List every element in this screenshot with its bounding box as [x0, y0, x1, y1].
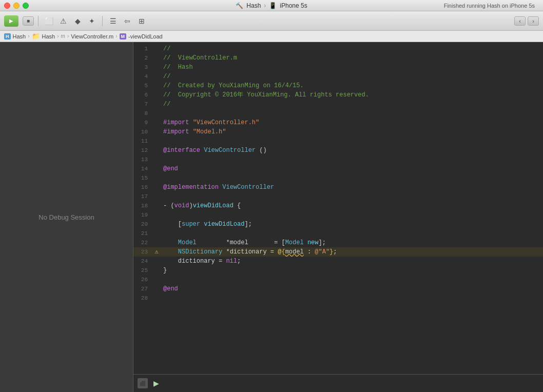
- breadcrumb: H Hash › 📁 Hash › m › ViewController.m ›…: [0, 31, 543, 42]
- minimize-button[interactable]: [13, 3, 20, 9]
- toolbar-divider: [38, 16, 38, 26]
- warning-btn[interactable]: ⚠: [57, 15, 69, 27]
- navigator-btn[interactable]: ⬜: [43, 15, 55, 27]
- device-title: iPhone 5s: [280, 2, 307, 9]
- device-icon: 📱: [269, 2, 277, 9]
- run-button[interactable]: [4, 15, 18, 27]
- nav-forward[interactable]: ›: [528, 16, 539, 26]
- filter-btn[interactable]: ▶: [151, 378, 161, 388]
- breadcrumb-sep2: ›: [57, 33, 59, 39]
- left-sidebar: No Debug Session: [0, 42, 133, 392]
- table-row: 12 @interface ViewController (): [133, 146, 543, 155]
- window-controls: [0, 3, 29, 9]
- table-row: 16 @implementation ViewController: [133, 183, 543, 192]
- stop-button[interactable]: ■: [23, 16, 34, 26]
- toolbar-divider2: [102, 16, 103, 26]
- table-row: 18 - (void)viewDidLoad {: [133, 201, 543, 210]
- title-center: 🔨 Hash › 📱 iPhone 5s: [236, 2, 307, 9]
- table-row: 17: [133, 192, 543, 201]
- breadcrumb-sep1: ›: [28, 33, 29, 39]
- table-row: 2 // ViewController.m: [133, 53, 543, 63]
- table-row: 7 //: [133, 100, 543, 109]
- env-btn[interactable]: ✦: [86, 15, 98, 27]
- table-row: 3 // Hash: [133, 63, 543, 72]
- breadcrumb-sep3: ›: [67, 33, 69, 39]
- table-row: 19: [133, 210, 543, 220]
- grid-btn[interactable]: ⊞: [135, 15, 148, 27]
- table-row: 27 @end: [133, 284, 543, 293]
- table-row: 4 //: [133, 72, 543, 81]
- code-editor[interactable]: 1 // 2 // ViewController.m 3 // Hash 4 /…: [133, 42, 543, 374]
- table-row: 9 #import "ViewController.h": [133, 118, 543, 127]
- breadcrumb-hash2[interactable]: Hash: [42, 33, 55, 40]
- close-button[interactable]: [4, 3, 10, 9]
- breadcrumb-viewcontroller-m[interactable]: ViewController.m: [71, 33, 113, 40]
- table-row: 25 }: [133, 266, 543, 275]
- table-row: 14 @end: [133, 164, 543, 173]
- list-btn[interactable]: ☰: [107, 15, 119, 27]
- title-divider: ›: [264, 2, 266, 9]
- status-text: Finished running Hash on iPhone 5s: [444, 3, 535, 9]
- breadcrumb-sep4: ›: [115, 33, 117, 39]
- table-row: 22 Model *model = [Model new];: [133, 238, 543, 247]
- comment-btn[interactable]: ⇦: [121, 15, 133, 27]
- table-row: 21: [133, 229, 543, 238]
- table-row: 11: [133, 136, 543, 146]
- console-btn[interactable]: ⬛: [138, 378, 148, 388]
- table-row: 20 [super viewDidLoad];: [133, 220, 543, 229]
- breadcrumb-folder-icon: 📁: [32, 32, 40, 40]
- table-row: 24 dictionary = nil;: [133, 257, 543, 266]
- title-bar: 🔨 Hash › 📱 iPhone 5s Finished running Ha…: [0, 0, 543, 11]
- table-row: 8: [133, 109, 543, 118]
- table-row: 1 //: [133, 44, 543, 53]
- table-row: 26: [133, 275, 543, 284]
- app-title: Hash: [246, 2, 261, 9]
- breadcrumb-file-icon1: H: [4, 33, 11, 40]
- table-row: 6 // Copyright © 2016年 YouXianMing. All …: [133, 90, 543, 100]
- breakpoint-btn[interactable]: ◆: [71, 15, 84, 27]
- bottom-bar: ⬛ ▶: [133, 374, 543, 392]
- toolbar: ■ ⬜ ⚠ ◆ ✦ ☰ ⇦ ⊞ ‹ ›: [0, 11, 543, 31]
- no-debug-label: No Debug Session: [38, 213, 94, 221]
- hammer-icon: 🔨: [236, 2, 243, 9]
- breadcrumb-method[interactable]: -viewDidLoad: [128, 33, 163, 40]
- table-row: 23 ⚠ NSDictionary *dictionary = @{model …: [133, 247, 543, 257]
- maximize-button[interactable]: [23, 3, 29, 9]
- table-row: 10 #import "Model.h": [133, 127, 543, 136]
- breadcrumb-m-icon: M: [120, 33, 127, 40]
- breadcrumb-hash1[interactable]: Hash: [13, 33, 26, 40]
- editor-area: 1 // 2 // ViewController.m 3 // Hash 4 /…: [133, 42, 543, 392]
- table-row: 28: [133, 293, 543, 303]
- table-row: 15: [133, 173, 543, 183]
- table-row: 5 // Created by YouXianMing on 16/4/15.: [133, 81, 543, 90]
- main-layout: No Debug Session 1 // 2 // ViewControlle…: [0, 42, 543, 392]
- table-row: 13: [133, 155, 543, 164]
- warning-icon: ⚠: [154, 247, 158, 257]
- breadcrumb-m-label: m: [61, 33, 65, 39]
- nav-back[interactable]: ‹: [514, 16, 526, 26]
